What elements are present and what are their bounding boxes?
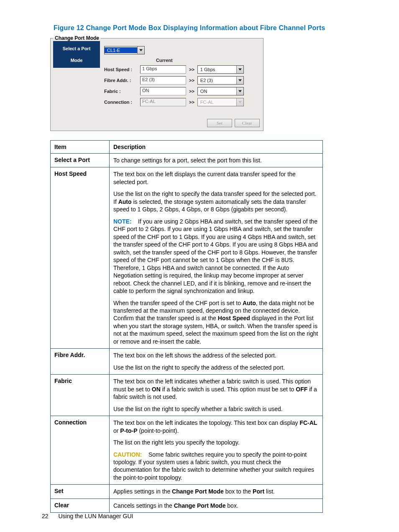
fabric-p2: Use the list on the right to specify whe… [113,405,319,413]
current-connection-field: FC-AL [140,98,186,106]
page-number: 22 [42,513,49,519]
figure-title: Figure 12 Change Port Mode Box Displayin… [54,24,349,32]
fibre-addr-p1: The text box on the left shows the addre… [113,352,319,359]
new-fibre-addr-value: E2 (3) [198,77,236,83]
row-clear-item: Clear [51,499,110,512]
fibre-addr-p2: Use the list on the right to specify the… [113,364,319,371]
col-header-description: Description [110,141,323,154]
connection-combo: FC-AL [197,98,244,106]
set-button[interactable]: Set [207,119,232,127]
footer-section-title: Using the LUN Manager GUI [58,513,133,519]
current-column-header: Current [156,58,173,63]
chevron-down-icon [236,98,243,106]
connection-caution: CAUTION: Some fabric switches require yo… [113,451,319,482]
row-host-speed-item: Host Speed [51,167,110,349]
arrow-icon: >> [186,100,197,105]
arrow-icon: >> [186,89,197,94]
row-connection-item: Connection [51,416,110,485]
row-set-item: Set [51,485,110,499]
host-speed-note: NOTE: If you are using 2 Gbps HBA and sw… [113,218,319,295]
host-speed-p1: The text box on the left displays the cu… [113,170,319,186]
label-host-speed: Host Speed : [104,67,137,72]
current-fabric-field: ON [140,87,186,95]
set-desc: Applies settings in the Change Port Mode… [113,488,319,495]
groupbox-legend: Change Port Mode [53,35,101,41]
row-fabric-item: Fabric [51,375,110,416]
host-speed-combo[interactable]: 1 Gbps [197,65,244,74]
current-fibre-addr-field: E2 (3) [140,76,186,85]
chevron-down-icon[interactable] [236,66,243,73]
sidebar-item-select-port[interactable]: Select a Port [53,44,100,54]
connection-p1: The text box on the left indicates the t… [113,419,319,434]
sidebar-item-mode[interactable]: Mode [53,55,100,65]
select-port-combo[interactable]: CL1-E [104,46,145,54]
row-select-port-desc: To change settings for a port, select th… [113,157,319,164]
arrow-icon: >> [186,67,197,72]
clear-button[interactable]: Clear [235,119,260,127]
chevron-down-icon[interactable] [236,87,243,95]
col-header-item: Item [51,141,110,154]
host-speed-p2: Use the list on the right to specify the… [113,190,319,213]
current-host-speed-field: 1 Gbps [140,65,186,74]
label-fabric: Fabric : [104,89,137,94]
label-connection: Connection : [104,100,137,105]
chevron-down-icon[interactable] [236,77,243,84]
row-select-port-item: Select a Port [51,154,110,167]
chevron-down-icon[interactable] [137,46,144,54]
page-footer: 22 Using the LUN Manager GUI [42,513,133,519]
description-table: Item Description Select a Port To change… [50,140,323,513]
label-fibre-addr: Fibre Addr. : [104,78,137,83]
new-connection-value: FC-AL [198,99,236,105]
fabric-p1: The text box on the left indicates wheth… [113,378,319,401]
clear-desc: Cancels settings in the Change Port Mode… [113,502,319,509]
connection-p2: The list on the right lets you specify t… [113,439,319,446]
fabric-combo[interactable]: ON [197,87,244,95]
host-speed-p4: When the transfer speed of the CHF port … [113,299,319,346]
select-port-value: CL1-E [105,47,137,53]
arrow-icon: >> [186,78,197,83]
row-fibre-addr-item: Fibre Addr. [51,349,110,375]
new-host-speed-value: 1 Gbps [198,67,236,72]
fibre-addr-combo[interactable]: E2 (3) [197,76,244,85]
new-fabric-value: ON [198,88,236,94]
change-port-mode-dialog: Change Port Mode Select a Port Mode CL1-… [50,35,263,131]
dialog-sidebar: Select a Port Mode [53,41,100,68]
